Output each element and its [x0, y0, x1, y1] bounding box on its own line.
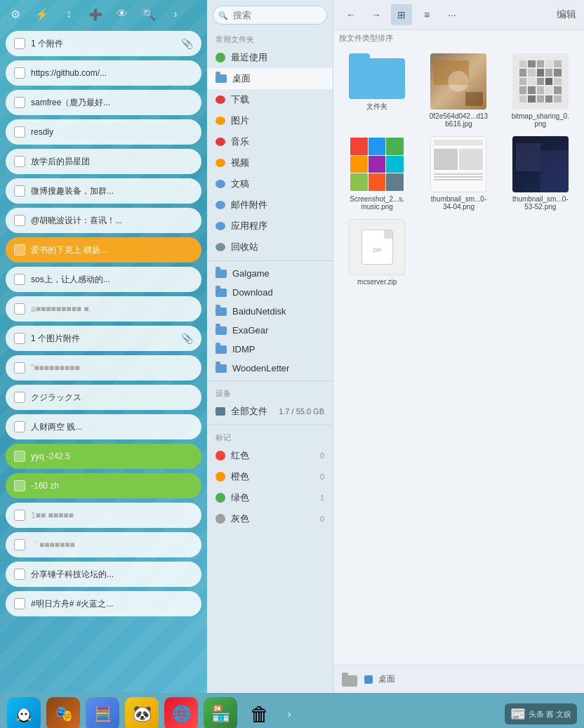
nav-item-all-files[interactable]: 全部文件 1.7 / 55.0 GB [207, 401, 333, 422]
nav-item-music[interactable]: 音乐 [207, 131, 333, 152]
nav-item-idmp[interactable]: IDMP [207, 340, 333, 359]
list-item[interactable]: "■■■■■■■■■ [6, 355, 201, 380]
list-item[interactable]: @胡晓波设计：喜讯！... [6, 208, 201, 233]
nav-item-woodenletter[interactable]: WoodenLetter [207, 359, 333, 378]
list-item[interactable]: 1■■ ■■■■■ [6, 503, 201, 528]
list-item[interactable]: 「■■■■■■■ [6, 532, 201, 557]
search-icon[interactable]: 🔍 [140, 6, 157, 22]
footer-path-dot [364, 675, 373, 684]
nav-item-apps[interactable]: 应用程序 [207, 216, 333, 237]
dock-more-arrow[interactable]: › [282, 697, 296, 728]
chat-checkbox[interactable] [14, 451, 25, 462]
file-item-img1[interactable]: 0f2e564d042...d13b616.jpg [422, 53, 495, 128]
nav-item-desktop[interactable]: 桌面 [207, 68, 333, 89]
list-item[interactable]: 1 个图片附件 📎 [6, 326, 201, 351]
nav-item-trash[interactable]: 回收站 [207, 237, 333, 258]
dock-item-qq[interactable] [7, 697, 41, 728]
list-item[interactable]: sos上，让人感动的... [6, 267, 201, 292]
nav-item-tag-red[interactable]: 红色 0 [207, 445, 333, 466]
nav-item-download[interactable]: 下载 [207, 89, 333, 110]
list-item[interactable]: yyq -242.5 [6, 444, 201, 469]
chat-checkbox[interactable] [14, 97, 25, 108]
nav-item-tag-green[interactable]: 绿色 1 [207, 487, 333, 508]
dock-item-trash[interactable]: 🗑 [243, 697, 277, 728]
chat-text: yyq -242.5 [31, 451, 193, 461]
list-item[interactable]: 分享锤子科技论坛的... [6, 562, 201, 587]
chat-checkbox[interactable] [14, 362, 25, 373]
settings-icon[interactable]: ⚙ [7, 6, 24, 22]
nav-item-mail[interactable]: 邮件附件 [207, 194, 333, 216]
add-icon[interactable]: ➕ [87, 6, 104, 22]
dock-item-calc[interactable]: 🧮 [86, 697, 119, 728]
nav-item-tag-orange[interactable]: 橙色 0 [207, 466, 333, 487]
download-icon [215, 95, 225, 104]
file-item-img3[interactable]: Screenshot_2...s.music.png [340, 136, 413, 211]
nav-item-galgame[interactable]: Galgame [207, 264, 333, 283]
dock-item-weibo[interactable]: 🌐 [164, 697, 198, 728]
chat-checkbox[interactable] [14, 539, 25, 550]
chat-checkbox[interactable] [14, 38, 25, 49]
back-button[interactable]: ← [340, 4, 361, 25]
file-footer: 桌面 [333, 665, 584, 693]
list-item[interactable]: 1 个附件 📎 [6, 31, 201, 56]
video-icon [215, 159, 225, 167]
dock-item-game[interactable]: 🎭 [46, 697, 80, 728]
list-item[interactable]: クジラックス [6, 385, 201, 410]
list-item[interactable]: 微博搜趣装备，加群... [6, 178, 201, 204]
nav-label-woodenletter: WoodenLetter [232, 363, 289, 373]
nav-item-tag-gray[interactable]: 灰色 0 [207, 508, 333, 529]
nav-item-exagear[interactable]: ExaGear [207, 321, 333, 340]
dock-item-kungfu[interactable]: 🐼 [125, 697, 159, 728]
nav-item-documents[interactable]: 文稿 [207, 173, 333, 194]
chat-checkbox[interactable] [14, 333, 25, 344]
chat-checkbox[interactable] [14, 244, 25, 256]
forward-button[interactable]: → [366, 4, 387, 25]
sort-icon[interactable]: ↕ [60, 6, 77, 22]
chat-checkbox[interactable] [14, 185, 25, 197]
chat-checkbox[interactable] [14, 67, 25, 79]
list-item[interactable]: a■■■■■■■■■ ■. [6, 296, 201, 322]
edit-button[interactable]: 编辑 [556, 4, 577, 25]
grid-view-button[interactable]: ⊞ [391, 4, 412, 25]
list-item[interactable]: #明日方舟# #火蓝之... [6, 591, 201, 616]
nav-item-video[interactable]: 视频 [207, 152, 333, 173]
file-item-folder[interactable]: 文件夹 [340, 53, 413, 128]
more-icon[interactable]: › [167, 6, 184, 22]
search-input[interactable] [213, 6, 327, 25]
chat-text: 1 个附件 [31, 38, 175, 50]
chat-checkbox[interactable] [14, 215, 25, 226]
file-item-zip[interactable]: ZIP mcserver.zip [340, 219, 413, 286]
chat-checkbox[interactable] [14, 156, 25, 167]
chat-checkbox[interactable] [14, 126, 25, 138]
chat-checkbox[interactable] [14, 421, 25, 432]
dock-item-appstore[interactable]: 🏪 [204, 697, 237, 728]
list-item[interactable]: samfree（鹿乃最好... [6, 90, 201, 115]
chat-checkbox[interactable] [14, 510, 25, 521]
chat-checkbox[interactable] [14, 274, 25, 285]
weibo-icon: 🌐 [172, 705, 191, 723]
nav-item-recent[interactable]: 最近使用 [207, 47, 333, 68]
view-icon[interactable]: 👁 [114, 6, 131, 22]
list-item[interactable]: -160 zh [6, 473, 201, 498]
list-view-button[interactable]: ≡ [416, 4, 437, 25]
chat-checkbox[interactable] [14, 598, 25, 609]
file-item-img5[interactable]: thumbnail_sm...0-53-52.png [504, 136, 577, 211]
list-item[interactable]: 人财两空 贱... [6, 414, 201, 439]
list-item[interactable]: 爱书的下克上 棋扬... [6, 237, 201, 263]
list-item[interactable]: 放学后的昴星团 [6, 149, 201, 174]
more-view-button[interactable]: ··· [442, 4, 463, 25]
chat-checkbox[interactable] [14, 392, 25, 403]
nav-item-download2[interactable]: Download [207, 283, 333, 302]
list-item[interactable]: https://github.com/... [6, 60, 201, 86]
chat-checkbox[interactable] [14, 303, 25, 315]
file-item-img4[interactable]: thumbnail_sm...0-34-04.png [422, 136, 495, 211]
file-item-img2[interactable]: bitmap_sharing_0.png [504, 53, 577, 128]
chat-checkbox[interactable] [14, 480, 25, 491]
nav-item-baidunetdisk[interactable]: BaiduNetdisk [207, 302, 333, 321]
filter-icon[interactable]: ⚡ [34, 6, 51, 22]
chat-checkbox[interactable] [14, 569, 25, 580]
list-item[interactable]: resdiy [6, 119, 201, 145]
divider-2 [207, 380, 333, 381]
nav-item-pictures[interactable]: 图片 [207, 110, 333, 131]
game-icon: 🎭 [54, 705, 73, 723]
